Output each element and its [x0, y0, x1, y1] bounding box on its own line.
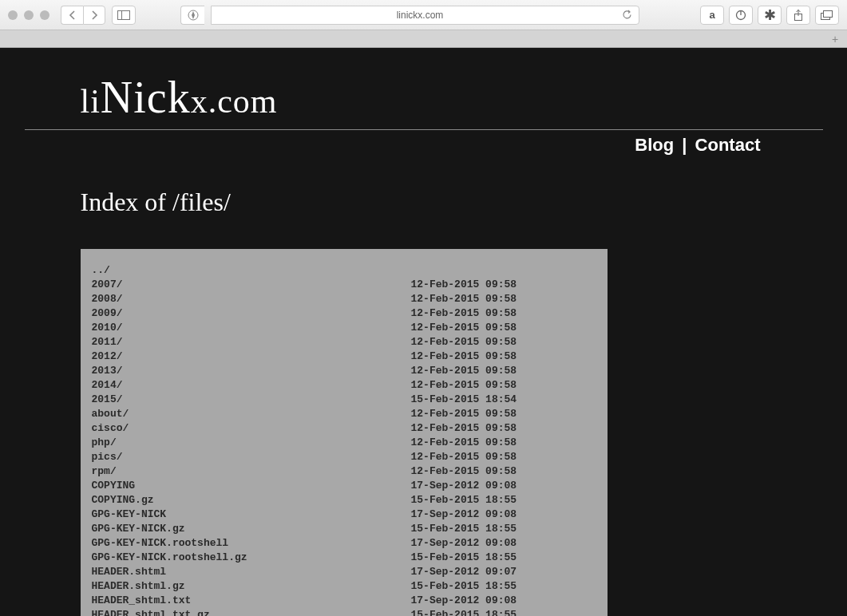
listing-row: cisco/12-Feb-2015 09:58 [92, 421, 596, 436]
listing-link[interactable]: GPG-KEY-NICK.gz [92, 522, 411, 536]
site-logo[interactable]: liNickx.com [81, 64, 767, 129]
listing-link[interactable]: 2008/ [92, 292, 411, 306]
reload-icon [622, 10, 632, 20]
listing-link[interactable]: HEADER.shtml [92, 565, 411, 579]
listing-date: 17-Sep-2012 09:08 [411, 536, 517, 551]
listing-date: 12-Feb-2015 09:58 [411, 421, 517, 436]
listing-link[interactable]: HEADER_shtml.txt [92, 594, 411, 608]
power-icon [735, 10, 746, 21]
nav-links: Blog | Contact [81, 130, 767, 156]
share-button[interactable] [786, 6, 810, 25]
svg-rect-0 [118, 10, 130, 19]
nav-back-forward [61, 6, 105, 25]
window-controls [8, 10, 49, 20]
listing-link[interactable]: 2014/ [92, 378, 411, 393]
window-close[interactable] [8, 10, 18, 20]
listing-row: HEADER_shtml.txt.gz15-Feb-2015 18:55 [92, 608, 596, 616]
listing-link[interactable]: HEADER.shtml.gz [92, 579, 411, 594]
tabs-button[interactable] [815, 6, 839, 25]
listing-date: 15-Feb-2015 18:55 [411, 608, 517, 616]
listing-row: 2010/12-Feb-2015 09:58 [92, 321, 596, 335]
directory-listing: ../2007/12-Feb-2015 09:582008/12-Feb-201… [81, 249, 608, 616]
listing-link[interactable]: 2013/ [92, 364, 411, 378]
right-toolbar: a ✱ [700, 6, 839, 25]
listing-date: 12-Feb-2015 09:58 [411, 278, 517, 292]
listing-link[interactable]: 2012/ [92, 349, 411, 364]
page-title: Index of /files/ [81, 156, 767, 249]
listing-row: 2007/12-Feb-2015 09:58 [92, 278, 596, 292]
listing-link[interactable]: 2007/ [92, 278, 411, 292]
listing-link[interactable]: ../ [92, 263, 411, 278]
listing-date: 12-Feb-2015 09:58 [411, 436, 517, 450]
nav-contact[interactable]: Contact [695, 135, 761, 155]
listing-row: php/12-Feb-2015 09:58 [92, 436, 596, 450]
listing-row: 2011/12-Feb-2015 09:58 [92, 335, 596, 349]
listing-date: 12-Feb-2015 09:58 [411, 364, 517, 378]
listing-link[interactable]: GPG-KEY-NICK [92, 507, 411, 522]
listing-row: rpm/12-Feb-2015 09:58 [92, 464, 596, 479]
listing-link[interactable]: 2015/ [92, 393, 411, 407]
listing-date: 17-Sep-2012 09:08 [411, 479, 517, 493]
page-content: liNickx.com Blog | Contact Index of /fil… [0, 48, 847, 616]
listing-link[interactable]: 2011/ [92, 335, 411, 349]
listing-row: COPYING.gz15-Feb-2015 18:55 [92, 493, 596, 507]
nav-separator: | [679, 135, 690, 155]
address-bar[interactable]: linickx.com [211, 6, 639, 25]
listing-row: 2009/12-Feb-2015 09:58 [92, 306, 596, 321]
svg-rect-8 [824, 10, 833, 17]
chevron-right-icon [91, 10, 98, 20]
forward-button[interactable] [83, 6, 105, 25]
listing-link[interactable]: COPYING [92, 479, 411, 493]
listing-row: ../ [92, 263, 596, 278]
listing-date: 17-Sep-2012 09:08 [411, 507, 517, 522]
listing-link[interactable]: php/ [92, 436, 411, 450]
extension-adblock[interactable] [729, 6, 753, 25]
listing-row: 2014/12-Feb-2015 09:58 [92, 378, 596, 393]
listing-date: 12-Feb-2015 09:58 [411, 306, 517, 321]
listing-link[interactable]: COPYING.gz [92, 493, 411, 507]
reload-button[interactable] [622, 10, 632, 20]
listing-row: GPG-KEY-NICK.gz15-Feb-2015 18:55 [92, 522, 596, 536]
sidebar-icon [117, 10, 130, 20]
listing-link[interactable]: pics/ [92, 450, 411, 464]
listing-link[interactable]: HEADER_shtml.txt.gz [92, 608, 411, 616]
listing-link[interactable]: 2009/ [92, 306, 411, 321]
tab-bar: + [0, 30, 847, 48]
listing-row: HEADER_shtml.txt17-Sep-2012 09:08 [92, 594, 596, 608]
listing-link[interactable]: GPG-KEY-NICK.rootshell [92, 536, 411, 551]
window-minimize[interactable] [24, 10, 34, 20]
listing-row: 2013/12-Feb-2015 09:58 [92, 364, 596, 378]
asterisk-icon: ✱ [764, 11, 776, 19]
listing-row: 2015/15-Feb-2015 18:54 [92, 393, 596, 407]
listing-link[interactable]: cisco/ [92, 421, 411, 436]
listing-date: 12-Feb-2015 09:58 [411, 292, 517, 306]
nav-blog[interactable]: Blog [635, 135, 674, 155]
listing-date: 15-Feb-2015 18:54 [411, 393, 517, 407]
url-text: linickx.com [218, 10, 622, 21]
listing-link[interactable]: rpm/ [92, 464, 411, 479]
listing-date: 15-Feb-2015 18:55 [411, 493, 517, 507]
listing-link[interactable]: about/ [92, 407, 411, 421]
extension-amazon[interactable]: a [700, 6, 724, 25]
listing-date: 12-Feb-2015 09:58 [411, 450, 517, 464]
listing-row: GPG-KEY-NICK17-Sep-2012 09:08 [92, 507, 596, 522]
listing-row: about/12-Feb-2015 09:58 [92, 407, 596, 421]
back-button[interactable] [61, 6, 83, 25]
window-zoom[interactable] [40, 10, 49, 20]
listing-date: 12-Feb-2015 09:58 [411, 407, 517, 421]
listing-date: 12-Feb-2015 09:58 [411, 335, 517, 349]
listing-date: 12-Feb-2015 09:58 [411, 321, 517, 335]
chevron-left-icon [69, 10, 76, 20]
compass-icon [188, 10, 199, 21]
sidebar-button[interactable] [112, 6, 136, 25]
amazon-icon: a [709, 9, 714, 21]
listing-link[interactable]: GPG-KEY-NICK.rootshell.gz [92, 551, 411, 565]
listing-link[interactable]: 2010/ [92, 321, 411, 335]
listing-date: 12-Feb-2015 09:58 [411, 378, 517, 393]
reader-button[interactable] [180, 6, 204, 25]
listing-date: 17-Sep-2012 09:07 [411, 565, 517, 579]
new-tab-button[interactable]: + [828, 33, 842, 45]
listing-row: GPG-KEY-NICK.rootshell.gz15-Feb-2015 18:… [92, 551, 596, 565]
extension-generic[interactable]: ✱ [758, 6, 782, 25]
listing-date: 15-Feb-2015 18:55 [411, 579, 517, 594]
